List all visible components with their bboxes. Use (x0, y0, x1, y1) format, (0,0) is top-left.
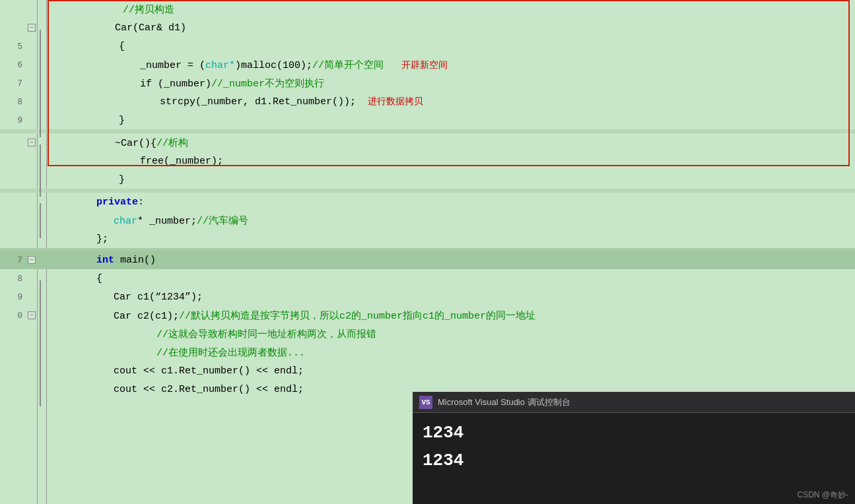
code-line-strcpy: 8 strcpy(_number, d1.Ret_number()); 进行数据… (0, 92, 855, 111)
char-rest: * _number; (137, 216, 197, 227)
code-line-car-copy-constructor: − Car(Car& d1) (0, 18, 855, 37)
vs-icon-text: VS (421, 398, 430, 406)
console-body: 1234 1234 (413, 413, 855, 481)
console-output-2: 1234 (423, 447, 845, 475)
code-line-char-number: char* _number;//汽车编号 (0, 211, 855, 230)
fold-button-c2[interactable]: − (28, 311, 36, 319)
red-note-2: 进行数据拷贝 (368, 96, 423, 106)
line-num: 7 (0, 79, 26, 88)
code-text: int main() (37, 251, 855, 269)
main-func: main() (114, 255, 156, 266)
code-text: Car c1(“1234”); (37, 288, 855, 306)
line-num: 0 (0, 311, 26, 321)
fold-button[interactable]: − (28, 24, 36, 32)
cout-c2-code: cout << c2.Ret_number() << endl; (114, 384, 304, 395)
code-text: Car(Car& d1) (37, 18, 855, 37)
code-span: cout << c2.Ret_number() << endl; (40, 373, 304, 406)
fold-area[interactable]: − (26, 139, 37, 146)
code-line-car-c1: 9 Car c1(“1234”); (0, 288, 855, 306)
fold-button-destructor[interactable]: − (28, 139, 36, 146)
fold-area[interactable]: − (26, 311, 37, 319)
fold-area[interactable]: − (26, 256, 37, 264)
console-title-bar: VS Microsoft Visual Studio 调试控制台 (413, 392, 855, 413)
free-code: free(_number); (140, 156, 223, 167)
code-line-free: free(_number); (0, 152, 855, 170)
destructor-close: } (119, 174, 125, 185)
code-line-main: 7 − int main() (0, 251, 855, 269)
red-note-1: 开辟新空间 (401, 59, 448, 70)
code-text: }; (37, 230, 855, 248)
console-window: VS Microsoft Visual Studio 调试控制台 1234 12… (413, 392, 855, 504)
code-text: char* _number;//汽车编号 (37, 211, 855, 230)
c1-code: Car c1(“1234”); (114, 292, 203, 303)
char-keyword2: char (114, 216, 137, 227)
line-num: 8 (0, 97, 26, 107)
code-text: } (37, 170, 855, 189)
line-num: 9 (0, 292, 26, 302)
line-num: 9 (0, 115, 26, 125)
constructor-sig: Car(Car& d1) (115, 22, 186, 34)
console-output-1: 1234 (423, 420, 845, 447)
close-brace: } (119, 115, 125, 126)
code-text: free(_number); (37, 152, 855, 170)
line-num: 8 (0, 274, 26, 284)
code-lines: //拷贝构造 − Car(Car& d1) 5 { (0, 0, 855, 398)
strcpy-code: strcpy(_number, d1.Ret_number()); (160, 96, 368, 108)
csdn-watermark: CSDN @奇妙- (797, 489, 848, 501)
console-title: Microsoft Visual Studio 调试控制台 (438, 396, 570, 408)
line-num: 7 (0, 255, 26, 265)
line-num: 6 (0, 60, 26, 70)
malloc-comment: //简单开个空间 (312, 60, 401, 71)
vs-icon: VS (419, 396, 432, 409)
fold-button-main[interactable]: − (28, 256, 36, 264)
code-editor: //拷贝构造 − Car(Car& d1) 5 { (0, 0, 855, 504)
char-comment: //汽车编号 (197, 216, 248, 227)
fold-area[interactable]: − (26, 24, 37, 32)
code-text: strcpy(_number, d1.Ret_number()); 进行数据拷贝 (37, 92, 855, 111)
line-num: 5 (0, 42, 26, 51)
